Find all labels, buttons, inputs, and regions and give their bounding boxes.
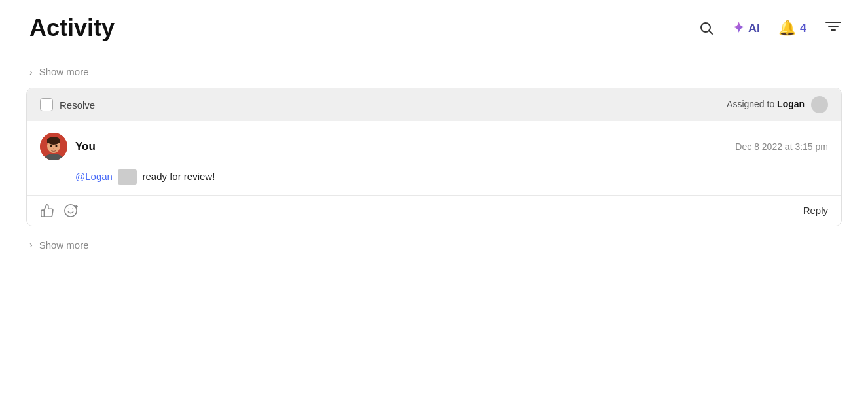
show-more-top[interactable]: › Show more: [26, 54, 842, 88]
app-header: Activity ✦ AI 🔔 4: [0, 0, 868, 54]
notifications-button[interactable]: 🔔 4: [778, 20, 806, 37]
emoji-add-icon: [63, 204, 78, 218]
resolve-checkbox[interactable]: [40, 98, 53, 111]
filter-button[interactable]: [825, 19, 842, 37]
page-title: Activity: [29, 14, 115, 42]
comment-actions: Reply: [27, 196, 841, 226]
comment-card: Resolve Assigned to Logan: [26, 88, 842, 226]
comment-message: ready for review!: [142, 171, 215, 182]
ai-label: AI: [748, 22, 760, 35]
header-actions: ✦ AI 🔔 4: [698, 19, 842, 37]
comment-author: You: [40, 133, 96, 160]
chevron-right-icon: ›: [29, 67, 33, 77]
avatar-image: [40, 133, 67, 160]
svg-line-1: [710, 31, 712, 34]
svg-rect-8: [47, 139, 60, 143]
ai-button[interactable]: ✦ AI: [732, 20, 760, 37]
mention[interactable]: @Logan: [75, 171, 113, 182]
reaction-buttons: [40, 204, 78, 218]
resolve-left: Resolve: [40, 98, 95, 111]
reply-button[interactable]: Reply: [803, 205, 828, 216]
svg-point-9: [50, 145, 52, 147]
assigned-user: Logan: [777, 99, 805, 109]
svg-point-0: [701, 23, 710, 32]
svg-point-11: [53, 148, 54, 149]
comment-header: You Dec 8 2022 at 3:15 pm: [40, 133, 828, 160]
notification-count: 4: [800, 22, 806, 35]
show-more-top-label: Show more: [39, 66, 89, 77]
resolve-label: Resolve: [60, 99, 95, 111]
svg-point-10: [56, 145, 58, 147]
search-button[interactable]: [698, 20, 714, 36]
comment-timestamp: Dec 8 2022 at 3:15 pm: [735, 141, 828, 152]
comment-text: @Logan ready for review!: [40, 169, 828, 185]
assigned-avatar: [811, 96, 828, 113]
filter-icon: [825, 19, 842, 33]
assigned-text: Assigned to Logan: [727, 99, 807, 109]
chevron-right-icon-2: ›: [29, 239, 33, 250]
emoji-add-button[interactable]: [63, 204, 78, 218]
avatar: [40, 133, 67, 160]
bell-icon: 🔔: [778, 20, 796, 37]
comment-body: You Dec 8 2022 at 3:15 pm @Logan ready f…: [27, 121, 841, 196]
search-icon: [698, 20, 714, 36]
main-content: › Show more Resolve Assigned to Logan: [0, 54, 868, 261]
thumbs-up-button[interactable]: [40, 204, 54, 218]
resolve-bar: Resolve Assigned to Logan: [27, 88, 841, 121]
blurred-name: [118, 169, 137, 185]
show-more-bottom-label: Show more: [39, 239, 89, 251]
author-name: You: [75, 140, 96, 153]
ai-star-icon: ✦: [732, 20, 744, 37]
show-more-bottom[interactable]: › Show more: [26, 226, 842, 261]
thumbs-up-icon: [40, 204, 54, 218]
assigned-prefix: Assigned to: [727, 99, 774, 109]
assigned-info: Assigned to Logan: [727, 96, 828, 113]
